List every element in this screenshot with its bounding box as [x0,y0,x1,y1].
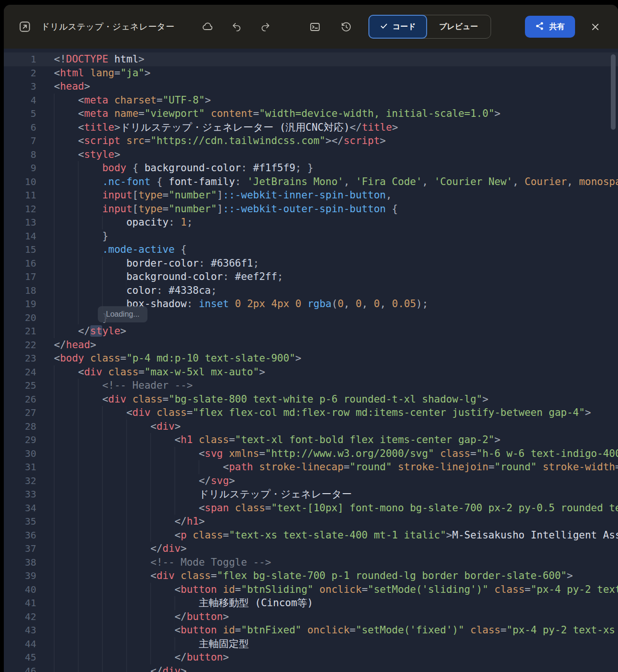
indent-guides [54,406,126,420]
line-number: 12 [4,202,36,216]
code-lines: 1<!DOCTYPE html>2<html lang="ja">3<head>… [4,52,618,672]
code-line-content: <meta charset="UTF-8"> [36,93,618,107]
line-number: 22 [4,338,36,352]
indent-guides [54,107,78,121]
line-number: 21 [4,324,36,338]
line-number: 23 [4,352,36,365]
indent-guides [54,175,102,189]
code-line: 40<button id="btnSliding" onclick="setMo… [4,583,618,597]
indent-guides [54,637,199,651]
indent-guides [54,202,102,216]
code-line: 22</head> [4,338,618,352]
artifact-panel: ドリルステップ・ジェネレーター コード プレビュー [4,5,618,672]
indent-guides [54,447,199,461]
code-line: 13opacity: 1; [4,216,618,229]
indent-guides [54,93,78,107]
indent-guides [54,651,175,664]
line-number: 38 [4,556,36,569]
code-line: 41主軸移動型 (Cincom等) [4,596,618,610]
close-icon[interactable] [587,18,604,35]
tab-code[interactable]: コード [368,15,428,39]
code-line-content: input[type="number"]::-webkit-outer-spin… [36,202,618,216]
line-number: 36 [4,528,36,542]
history-icon[interactable] [338,18,355,35]
code-line: 10.nc-font { font-family: 'JetBrains Mon… [4,175,618,189]
indent-guides [54,501,199,515]
console-icon[interactable] [306,18,324,35]
indent-guides [54,528,175,542]
indent-guides [54,284,126,298]
code-line: 32</svg> [4,474,618,488]
code-line: 42</button> [4,610,618,624]
code-editor[interactable]: 1<!DOCTYPE html>2<html lang="ja">3<head>… [4,49,618,672]
code-line: 37</div> [4,542,618,556]
code-line: 4<meta charset="UTF-8"> [4,93,618,107]
code-line-content: <html lang="ja"> [36,66,618,80]
code-line-content: </h1> [36,515,618,528]
code-line-content: <title>ドリルステップ・ジェネレーター (汎用CNC対応)</title> [36,121,618,134]
line-number: 42 [4,610,36,624]
code-line-content: <body class="p-4 md:p-10 text-slate-900"… [36,352,618,365]
code-line: 31<path stroke-linecap="round" stroke-li… [4,460,618,474]
share-icon [535,21,545,32]
code-line-content: <meta name="viewport" content="width=dev… [36,107,618,121]
line-number: 10 [4,175,36,189]
code-line-content: <!DOCTYPE html> [36,52,618,66]
indent-guides [54,610,175,624]
code-line-content: <head> [36,80,618,93]
undo-icon[interactable] [228,18,245,35]
check-icon [380,22,388,32]
code-line: 7<script src="https://cdn.tailwindcss.co… [4,134,618,148]
indent-guides [54,161,102,175]
indent-guides [54,664,150,672]
view-toggle: コード プレビュー [368,15,491,39]
code-line: 14} [4,229,618,243]
line-number: 40 [4,583,36,597]
line-number: 45 [4,651,36,664]
code-line: 3<head> [4,80,618,93]
code-line: 21</style> [4,324,618,338]
tab-preview[interactable]: プレビュー [427,22,491,32]
code-line: 45</button> [4,651,618,664]
line-number: 33 [4,487,36,501]
line-number: 11 [4,188,36,202]
line-number: 18 [4,284,36,298]
indent-guides [54,134,78,148]
line-number: 16 [4,257,36,270]
indent-guides [54,623,175,637]
cloud-sync-icon[interactable] [199,18,217,35]
line-number: 41 [4,596,36,610]
line-number: 6 [4,121,36,134]
code-line-content: .mode-active { [36,243,618,257]
line-number: 44 [4,637,36,651]
code-line: 11input[type="number"]::-webkit-inner-sp… [4,188,618,202]
code-line-content: 主軸移動型 (Cincom等) [36,596,618,610]
code-line-content: </style> [36,324,618,338]
vertical-scrollbar[interactable] [611,54,616,130]
code-line-content: <svg xmlns="http://www.w3.org/2000/svg" … [36,447,618,461]
line-number: 39 [4,569,36,583]
code-line: 33ドリルステップ・ジェネレーター [4,487,618,501]
line-number: 8 [4,148,36,162]
code-line: 1<!DOCTYPE html> [4,52,618,66]
indent-guides [54,270,126,284]
code-line: 26<div class="bg-slate-800 text-white p-… [4,393,618,406]
code-line-content: <script src="https://cdn.tailwindcss.com… [36,134,618,148]
code-line-content: .nc-font { font-family: 'JetBrains Mono'… [36,175,618,189]
redo-icon[interactable] [257,18,274,35]
indent-guides [54,365,78,379]
code-line: 9body { background-color: #f1f5f9; } [4,161,618,175]
code-line-content: <style> [36,148,618,162]
tab-code-label: コード [393,22,416,32]
line-number: 29 [4,433,36,447]
code-line-content: opacity: 1; [36,216,618,229]
share-button[interactable]: 共有 [525,16,575,38]
line-number: 17 [4,270,36,284]
line-number: 28 [4,420,36,434]
code-line-content: input[type="number"]::-webkit-inner-spin… [36,188,618,202]
line-number: 15 [4,243,36,257]
code-line-content: ドリルステップ・ジェネレーター [36,487,618,501]
code-line: 43<button id="btnFixed" onclick="setMode… [4,623,618,637]
artifact-window-icon[interactable] [16,18,33,35]
line-number: 9 [4,161,36,175]
